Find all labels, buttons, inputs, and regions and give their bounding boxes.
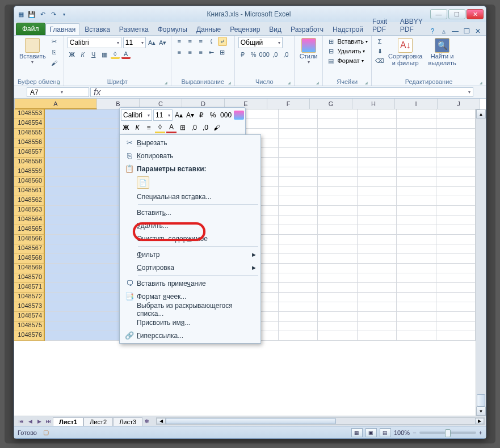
cell[interactable] [436,187,476,196]
cell[interactable] [397,215,436,225]
page-break-view-icon[interactable]: ▤ [380,428,391,437]
cell[interactable] [279,235,318,244]
cell[interactable] [318,283,357,293]
mini-inc-dec-icon[interactable]: ,0 [189,122,199,133]
orientation-icon[interactable]: ⤹ [207,37,216,46]
maximize-button[interactable]: ☐ [448,9,465,19]
mini-italic-button[interactable]: К [132,122,142,133]
cell[interactable] [45,244,121,254]
sheet-tab[interactable]: Лист3 [113,417,142,426]
row-header[interactable]: 1048567 [14,244,45,254]
cell[interactable] [397,206,436,215]
mini-comma-icon[interactable]: 000 [219,109,233,121]
cell[interactable] [45,312,121,322]
mini-dec-dec-icon[interactable]: ,0 [200,122,211,133]
zoom-in-icon[interactable]: + [479,429,482,436]
ctx-pick-from-list[interactable]: Выбрать из раскрывающегося списка... [121,303,259,316]
cell[interactable] [45,196,121,206]
cell[interactable] [397,225,436,235]
currency-icon[interactable]: ₽ [238,50,247,59]
column-header[interactable]: H [352,99,395,109]
cell[interactable] [45,129,121,138]
row-header[interactable]: 1048564 [14,215,45,225]
sheet-nav-last-icon[interactable]: ⏭ [44,417,53,425]
macro-record-icon[interactable]: ▢ [41,428,51,437]
fill-color-icon[interactable]: ◊ [111,50,120,59]
ctx-insert-comment[interactable]: 🗨Вставить примечание [121,277,259,290]
cell[interactable] [358,283,397,293]
mini-percent-icon[interactable]: % [208,109,218,121]
cell[interactable] [318,235,357,244]
scroll-right-icon[interactable]: ▶ [475,418,484,424]
cell[interactable] [436,264,476,273]
row-header[interactable]: 1048568 [14,254,45,264]
cell[interactable] [397,244,436,254]
cell[interactable] [397,322,436,331]
cell[interactable] [318,225,357,235]
mini-format-painter-icon[interactable]: 🖌 [212,122,222,133]
cell[interactable] [318,148,357,158]
cell[interactable] [45,254,121,264]
ctx-cut[interactable]: ✂Вырезать [121,136,259,149]
cell[interactable] [436,167,476,177]
tab-developer[interactable]: Разработч [286,23,328,35]
cell[interactable] [358,109,397,119]
cell[interactable] [279,273,318,283]
vscroll-thumb[interactable] [477,394,485,407]
cell[interactable] [45,167,121,177]
align-middle-icon[interactable]: ≡ [186,37,195,46]
shrink-font-icon[interactable]: A▾ [158,38,167,47]
undo-icon[interactable]: ↶ [38,10,47,19]
tab-data[interactable]: Данные [192,23,225,35]
cell[interactable] [397,264,436,273]
cell[interactable] [318,109,357,119]
row-header[interactable]: 1048570 [14,273,45,283]
cell[interactable] [397,312,436,322]
cell[interactable] [45,148,121,158]
cell[interactable] [436,283,476,293]
doc-minimize-icon[interactable]: — [451,27,460,35]
row-header[interactable]: 1048561 [14,187,45,196]
cell[interactable] [279,302,318,312]
row-header[interactable]: 1048553 [14,109,45,119]
cell[interactable] [45,119,121,129]
align-center-icon[interactable]: ≡ [186,48,195,57]
clear-icon[interactable]: ⌫ [375,56,384,65]
italic-button[interactable]: К [78,50,87,59]
cell[interactable] [436,244,476,254]
align-left-icon[interactable]: ≡ [175,48,184,57]
paste-button[interactable]: Вставить ▾ [18,37,48,66]
cell[interactable] [436,158,476,167]
cell[interactable] [318,273,357,283]
cell[interactable] [279,119,318,129]
tab-home[interactable]: Главная [45,23,81,35]
row-header[interactable]: 1048559 [14,167,45,177]
insert-cells-button[interactable]: Вставить [337,38,364,45]
row-header[interactable]: 1048576 [14,331,45,341]
cell[interactable] [318,138,357,148]
scroll-left-icon[interactable]: ◀ [157,418,166,424]
sheet-nav-first-icon[interactable]: ⏮ [16,417,26,425]
cell[interactable] [318,158,357,167]
cell[interactable] [436,273,476,283]
cell[interactable] [279,254,318,264]
formula-input[interactable]: fx ▾ [90,87,473,97]
mini-bold-button[interactable]: Ж [121,122,131,133]
inc-decimal-icon[interactable]: ,0 [271,50,280,59]
cell[interactable] [279,293,318,302]
column-header[interactable]: I [395,99,438,109]
doc-close-icon[interactable]: ✕ [473,27,482,35]
mini-font-combo[interactable]: Calibri▾ [121,109,152,121]
align-right-icon[interactable]: ≡ [196,48,205,57]
tab-formulas[interactable]: Формулы [153,23,192,35]
cell[interactable] [279,331,318,341]
cell[interactable] [318,196,357,206]
mini-shrink-font-icon[interactable]: A▾ [185,109,195,121]
bold-button[interactable]: Ж [68,50,77,59]
font-size-combo[interactable]: 11▾ [123,37,146,48]
cell[interactable] [358,167,397,177]
font-name-combo[interactable]: Calibri▾ [68,37,121,48]
ctx-define-name[interactable]: Присвоить имя... [121,316,259,329]
cell[interactable] [358,302,397,312]
cell[interactable] [279,206,318,215]
